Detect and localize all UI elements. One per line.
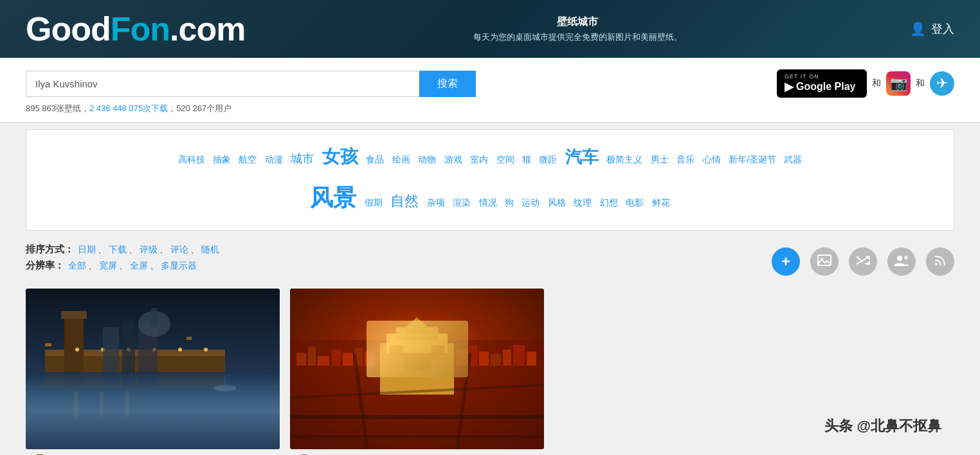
tag-新年圣诞节[interactable]: 新年/圣诞节: [729, 154, 776, 165]
svg-rect-54: [491, 354, 501, 366]
header-tagline: 壁纸城市 每天为您的桌面城市提供完全免费的新图片和美丽壁纸。: [473, 15, 682, 43]
image-card-1[interactable]: 最大值 7 月 3 日 6:20 2K 2048x1365: [26, 289, 280, 455]
gallery-button[interactable]: [810, 247, 839, 276]
image-card-2[interactable]: Ganjaa 7 月 2 日 23:20 全高清 2008x1338: [290, 289, 544, 455]
instagram-icon[interactable]: 📷: [886, 71, 911, 96]
sort-date[interactable]: 日期: [78, 244, 96, 256]
shuffle-button[interactable]: [849, 247, 877, 276]
tag-空间[interactable]: 空间: [496, 154, 514, 165]
tag-微距[interactable]: 微距: [539, 154, 557, 165]
res-fullscreen[interactable]: 全屏: [130, 260, 148, 272]
add-button[interactable]: +: [772, 247, 800, 276]
svg-line-3: [857, 256, 863, 262]
play-store-icon: ▶: [785, 80, 794, 94]
search-input[interactable]: [26, 71, 419, 97]
get-it-on-label: GET IT ON: [785, 73, 819, 80]
svg-rect-26: [100, 391, 104, 417]
image-thumbnail-1: [26, 289, 280, 449]
svg-rect-38: [308, 346, 316, 366]
svg-rect-12: [64, 314, 84, 388]
tag-纹理[interactable]: 纹理: [574, 197, 592, 208]
sort-comments[interactable]: 评论: [170, 244, 188, 256]
header-right: 👤 登入: [910, 21, 954, 37]
tag-游戏[interactable]: 游戏: [444, 154, 462, 165]
resolution-row: 分辨率： 全部、 宽屏、 全屏、 多显示器: [26, 260, 772, 272]
tag-抽象[interactable]: 抽象: [213, 154, 231, 165]
tag-绘画[interactable]: 绘画: [392, 154, 410, 165]
tag-武器[interactable]: 武器: [784, 154, 802, 165]
sort-downloads[interactable]: 下载: [109, 244, 127, 256]
tag-鲜花[interactable]: 鲜花: [652, 197, 670, 208]
svg-rect-43: [365, 352, 376, 366]
svg-rect-49: [433, 346, 444, 366]
tag-城市[interactable]: 城市: [291, 152, 314, 165]
tag-高科技[interactable]: 高科技: [178, 154, 205, 165]
tag-动漫[interactable]: 动漫: [265, 154, 283, 165]
svg-rect-27: [125, 391, 129, 417]
svg-rect-56: [513, 345, 525, 366]
telegram-icon[interactable]: ✈: [930, 71, 954, 96]
tag-自然[interactable]: 自然: [390, 193, 419, 209]
tag-男士[interactable]: 男士: [651, 154, 669, 165]
res-widescreen[interactable]: 宽屏: [99, 260, 117, 272]
tag-渲染[interactable]: 渲染: [453, 197, 471, 208]
svg-rect-60: [396, 327, 438, 340]
svg-rect-0: [818, 255, 831, 265]
search-area: 搜索 GET IT ON ▶ Google Play 和 📷 和 ✈ 895 8…: [0, 58, 980, 123]
sort-random[interactable]: 随机: [201, 244, 219, 256]
site-logo[interactable]: GoodFon.com: [26, 10, 245, 48]
stats-downloads-link[interactable]: 2 436 448 075次下载: [89, 103, 168, 113]
search-button[interactable]: 搜索: [419, 71, 476, 97]
tag-女孩[interactable]: 女孩: [322, 147, 358, 166]
logo-fon: Fon: [111, 10, 170, 48]
rss-button[interactable]: [926, 247, 954, 276]
google-play-label: ▶ Google Play: [785, 80, 855, 94]
tag-电影[interactable]: 电影: [626, 197, 644, 208]
svg-rect-39: [318, 356, 329, 366]
sort-res-column: 排序方式： 日期、 下载、 评级、 评论、 随机 分辨率： 全部、 宽屏、 全屏…: [26, 244, 772, 272]
tag-心情[interactable]: 心情: [703, 154, 721, 165]
tag-幻想[interactable]: 幻想: [600, 197, 618, 208]
users-icon: [894, 254, 909, 269]
tag-室内[interactable]: 室内: [470, 154, 488, 165]
tag-风格[interactable]: 风格: [548, 197, 566, 208]
tag-猫[interactable]: 猫: [522, 154, 531, 165]
svg-point-14: [75, 348, 79, 352]
tag-音乐[interactable]: 音乐: [676, 154, 694, 165]
svg-rect-40: [332, 350, 341, 366]
sort-rating[interactable]: 评级: [140, 244, 158, 256]
plus-icon: +: [781, 253, 790, 271]
login-button[interactable]: 登入: [931, 21, 954, 37]
tag-食品[interactable]: 食品: [366, 154, 384, 165]
svg-rect-30: [45, 343, 51, 346]
tag-狗[interactable]: 狗: [505, 197, 514, 208]
image-info-1: 最大值 7 月 3 日 6:20 2K 2048x1365: [26, 449, 280, 455]
svg-rect-62: [390, 345, 403, 355]
tag-航空[interactable]: 航空: [239, 154, 257, 165]
svg-rect-50: [446, 353, 455, 366]
action-buttons: +: [772, 244, 954, 276]
and-text-2: 和: [916, 78, 925, 89]
res-all[interactable]: 全部: [68, 260, 86, 272]
google-play-button[interactable]: GET IT ON ▶ Google Play: [777, 69, 867, 98]
tag-假期[interactable]: 假期: [365, 197, 383, 208]
svg-rect-24: [151, 308, 158, 327]
sort-label: 排序方式：: [26, 244, 74, 256]
svg-rect-37: [296, 353, 306, 366]
res-multi[interactable]: 多显示器: [161, 260, 197, 272]
tag-情况[interactable]: 情况: [479, 197, 497, 208]
social-area: GET IT ON ▶ Google Play 和 📷 和 ✈: [777, 69, 954, 98]
svg-point-18: [178, 348, 182, 352]
svg-rect-13: [61, 311, 87, 319]
svg-rect-44: [377, 345, 386, 366]
tag-极简主义[interactable]: 极简主义: [606, 154, 642, 165]
logo-com: .com: [170, 10, 245, 48]
tag-运动[interactable]: 运动: [522, 197, 540, 208]
tag-风景[interactable]: 风景: [310, 184, 356, 211]
tag-杂项[interactable]: 杂项: [427, 197, 445, 208]
tag-汽车[interactable]: 汽车: [565, 147, 599, 166]
users-button[interactable]: [887, 247, 916, 276]
and-text-1: 和: [872, 78, 881, 89]
tag-动物[interactable]: 动物: [418, 154, 436, 165]
tagline-sub: 每天为您的桌面城市提供完全免费的新图片和美丽壁纸。: [473, 31, 682, 43]
